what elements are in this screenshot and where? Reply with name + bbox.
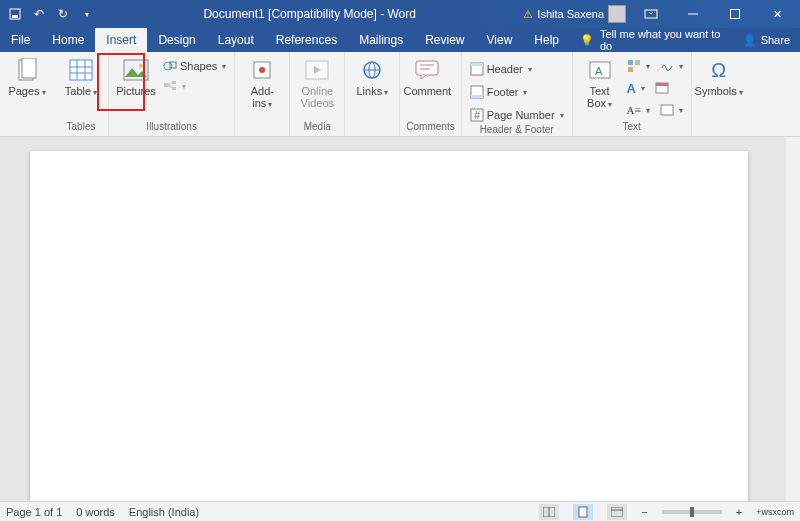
pictures-label: Pictures xyxy=(116,85,156,97)
redo-icon[interactable]: ↻ xyxy=(56,7,70,21)
links-label: Links xyxy=(356,85,388,98)
symbols-button[interactable]: Ω Symbols xyxy=(698,54,740,98)
comment-label: Comment xyxy=(403,85,451,97)
maximize-button[interactable] xyxy=(718,0,752,28)
quick-parts-button[interactable] xyxy=(625,57,652,75)
zoom-label[interactable]: +wsxcom xyxy=(756,507,794,517)
qat-more-icon[interactable]: ▾ xyxy=(80,7,94,21)
svg-text:A: A xyxy=(595,65,603,77)
svg-point-13 xyxy=(164,62,172,70)
addins-label: Add- ins xyxy=(251,85,274,110)
object-icon xyxy=(660,104,674,116)
tab-file[interactable]: File xyxy=(0,28,41,52)
addins-icon xyxy=(249,57,275,83)
pages-label: Pages xyxy=(8,85,45,98)
page-number-icon: # xyxy=(470,108,484,122)
minimize-button[interactable] xyxy=(676,0,710,28)
tab-references[interactable]: References xyxy=(265,28,348,52)
zoom-out-button[interactable]: − xyxy=(641,506,647,518)
svg-rect-26 xyxy=(416,61,438,75)
links-button[interactable]: Links xyxy=(351,54,393,98)
group-label-media: Media xyxy=(296,121,338,134)
tab-mailings[interactable]: Mailings xyxy=(348,28,414,52)
group-label-illustrations: Illustrations xyxy=(115,121,228,134)
vertical-scrollbar[interactable] xyxy=(786,137,800,501)
zoom-in-button[interactable]: + xyxy=(736,506,742,518)
avatar-icon xyxy=(608,5,626,23)
date-icon xyxy=(655,82,669,94)
pages-icon xyxy=(14,57,40,83)
footer-icon xyxy=(470,85,484,99)
svg-rect-37 xyxy=(628,60,633,65)
addins-button[interactable]: Add- ins xyxy=(241,54,283,110)
svg-rect-1 xyxy=(12,15,18,18)
text-box-label: Text Box xyxy=(587,85,612,110)
tell-me[interactable]: 💡 Tell me what you want to do xyxy=(570,28,733,52)
svg-rect-39 xyxy=(628,67,633,72)
smartart-button[interactable] xyxy=(161,77,228,95)
share-icon: 👤 xyxy=(743,34,757,47)
svg-rect-46 xyxy=(611,507,623,517)
print-layout-button[interactable] xyxy=(573,504,593,520)
comment-button[interactable]: Comment xyxy=(406,54,448,97)
status-bar: Page 1 of 1 0 words English (India) − + … xyxy=(0,501,800,521)
svg-text:#: # xyxy=(474,109,481,121)
group-label-header-footer: Header & Footer xyxy=(468,124,566,137)
tab-design[interactable]: Design xyxy=(147,28,206,52)
tab-review[interactable]: Review xyxy=(414,28,475,52)
read-mode-button[interactable] xyxy=(539,504,559,520)
table-label: Table xyxy=(65,85,97,98)
svg-line-19 xyxy=(168,85,172,88)
close-button[interactable]: ✕ xyxy=(760,0,794,28)
tab-help[interactable]: Help xyxy=(523,28,570,52)
drop-cap-button[interactable]: A≡ xyxy=(625,101,652,119)
tab-layout[interactable]: Layout xyxy=(207,28,265,52)
tab-insert[interactable]: Insert xyxy=(95,28,147,52)
drop-cap-icon: A≡ xyxy=(627,104,641,116)
text-box-icon: A xyxy=(587,57,613,83)
online-videos-button[interactable]: Online Videos xyxy=(296,54,338,109)
header-label: Header xyxy=(487,63,523,75)
svg-rect-41 xyxy=(656,83,668,86)
symbols-label: Symbols xyxy=(695,85,743,98)
document-page[interactable] xyxy=(30,151,748,501)
quick-parts-icon xyxy=(627,59,641,73)
object-button[interactable] xyxy=(658,101,685,119)
ribbon-options-icon[interactable] xyxy=(634,0,668,28)
tab-view[interactable]: View xyxy=(476,28,524,52)
shapes-button[interactable]: Shapes xyxy=(161,57,228,75)
group-label-comments: Comments xyxy=(406,121,454,134)
table-button[interactable]: Table xyxy=(60,54,102,98)
header-icon xyxy=(470,62,484,76)
menu-bar: File Home Insert Design Layout Reference… xyxy=(0,28,800,52)
group-label-symbols xyxy=(698,132,740,134)
group-label-links xyxy=(351,132,393,134)
pages-button[interactable]: Pages xyxy=(6,54,48,98)
share-button[interactable]: 👤 Share xyxy=(733,28,800,52)
table-icon xyxy=(68,57,94,83)
svg-rect-15 xyxy=(164,83,168,87)
warning-icon: ⚠ xyxy=(523,8,533,21)
save-icon[interactable] xyxy=(8,7,22,21)
signature-button[interactable] xyxy=(658,57,685,75)
wordart-button[interactable]: A xyxy=(625,79,647,97)
pictures-button[interactable]: Pictures xyxy=(115,54,157,97)
svg-rect-42 xyxy=(661,105,673,115)
date-time-button[interactable] xyxy=(653,79,671,97)
video-icon xyxy=(304,57,330,83)
page-status[interactable]: Page 1 of 1 xyxy=(6,506,62,518)
language-status[interactable]: English (India) xyxy=(129,506,199,518)
page-number-button[interactable]: # Page Number xyxy=(468,106,566,124)
zoom-slider[interactable] xyxy=(662,510,722,514)
word-count[interactable]: 0 words xyxy=(76,506,115,518)
text-box-button[interactable]: A Text Box xyxy=(579,54,621,110)
header-button[interactable]: Header xyxy=(468,60,566,78)
undo-icon[interactable]: ↶ xyxy=(32,7,46,21)
tab-home[interactable]: Home xyxy=(41,28,95,52)
footer-button[interactable]: Footer xyxy=(468,83,566,101)
svg-point-12 xyxy=(139,64,143,68)
svg-rect-30 xyxy=(471,63,483,66)
web-layout-button[interactable] xyxy=(607,504,627,520)
account-warning[interactable]: ⚠ Ishita Saxena xyxy=(523,5,626,23)
svg-rect-32 xyxy=(471,95,483,98)
